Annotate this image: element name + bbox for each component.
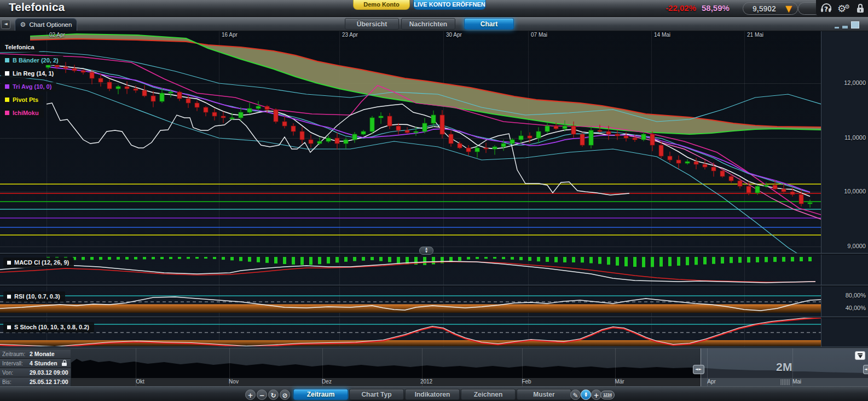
refresh-button[interactable]: ↻ <box>268 389 279 400</box>
settings-icon[interactable]: ⚙⚙ <box>837 3 852 15</box>
rsi-panel-label[interactable]: RSI (10, 0.7, 0.3) <box>3 291 65 302</box>
stoch-swatch <box>7 325 11 329</box>
navigator-info-row: Zeitraum:2 Monate <box>0 350 71 359</box>
navigator-month-label: Dez <box>315 379 339 385</box>
legend-label: B Bänder (20, 2) <box>13 57 59 64</box>
chart-options-tab[interactable]: ⚙ Chart Optionen <box>15 18 77 31</box>
lock-body <box>62 363 67 366</box>
zoom-in-button[interactable]: + <box>245 389 256 400</box>
x-axis-label: 21 Mai <box>747 32 763 38</box>
lock-icon[interactable] <box>857 3 865 15</box>
navigator-info-row: Intervall:4 Stunden <box>0 359 71 368</box>
rsi-swatch <box>7 295 11 299</box>
y-axis-label: 9,0000 <box>822 243 866 249</box>
price-down-arrow-icon: ▼ <box>785 3 797 14</box>
gear-small-glyph: ⚙ <box>844 1 850 13</box>
layout-large-icon[interactable] <box>851 21 859 28</box>
layout-size-icons <box>835 21 859 28</box>
info-label: Von: <box>0 370 30 376</box>
tab-chart[interactable]: Chart <box>464 18 514 30</box>
values-display-button[interactable]: 1234 <box>600 391 615 399</box>
chevron-down-icon: ▼ <box>420 250 433 254</box>
x-axis-label: 07 Mai <box>531 32 547 38</box>
navigator-month-label: Apr <box>699 379 724 385</box>
draw-pencil-button[interactable]: ✎ <box>570 389 581 400</box>
rsi-level-label: 80,00% <box>822 292 866 299</box>
y-axis-label: 11,0000 <box>822 134 866 141</box>
rsi-level-label: 40,00% <box>822 305 866 311</box>
toolbar-button-muster[interactable]: Muster <box>517 389 571 400</box>
clear-button[interactable]: ⊘ <box>280 389 290 400</box>
macd-swatch <box>7 261 11 265</box>
x-axis-label: 30 Apr <box>446 32 462 38</box>
clear-icon: ⊘ <box>282 392 287 399</box>
question-glyph: ? <box>824 5 828 13</box>
y-axis-label: 12,0000 <box>822 79 866 86</box>
legend-label: Lin Reg (14, 1) <box>13 70 54 77</box>
legend-item[interactable]: B Bänder (20, 2) <box>1 56 63 65</box>
header-icon-tray: ? ⚙⚙ <box>816 0 868 17</box>
legend-swatch <box>5 84 9 89</box>
live-konto-button[interactable]: LIVE KONTO ERÖFFNEN <box>413 0 486 10</box>
navigator-collapse-button[interactable] <box>855 351 865 360</box>
stoch-panel-label[interactable]: S Stoch (10, 10, 3, 0.8, 0.2) <box>3 322 94 333</box>
minus-icon: − <box>259 392 264 399</box>
x-axis-label: 16 Apr <box>222 32 238 38</box>
legend-swatch <box>5 71 9 76</box>
info-value: 29.03.12 09:00 <box>30 369 68 376</box>
headset-ear-right <box>829 8 831 12</box>
navigator-range-badge: 2M <box>765 360 803 374</box>
info-value: 25.05.12 17:00 <box>30 379 68 385</box>
navigator-month-label: Okt <box>128 379 152 385</box>
sell-price-value: 9,5902 <box>743 4 785 13</box>
navigator-right-drag-handle[interactable]: ◄ <box>863 365 868 374</box>
layout-medium-icon[interactable] <box>842 26 848 28</box>
tab-nachrichten[interactable]: Nachrichten <box>401 18 455 30</box>
navigator-month-label: Feb <box>514 379 539 385</box>
collapse-panel-button[interactable]: ◄ <box>1 20 10 29</box>
navigator-info-panel: Zeitraum:2 MonateIntervall:4 StundenVon:… <box>0 350 71 387</box>
legend-swatch <box>5 98 9 102</box>
x-axis-label: 23 Apr <box>342 32 358 38</box>
legend-label: IchiMoku <box>13 110 39 116</box>
navigator-info-row: Bis:25.05.12 17:00 <box>0 377 71 387</box>
y-axis-label: 10,0000 <box>822 188 866 194</box>
toolbar-button-indikatoren[interactable]: Indikatoren <box>405 389 460 400</box>
demo-konto-button[interactable]: Demo Konto <box>353 0 410 10</box>
down-triangle-icon: ▼ <box>581 394 591 398</box>
tab-bar: ◄ ⚙ Chart Optionen ÜbersichtNachrichtenC… <box>0 16 868 31</box>
navigator-left-drag-handle[interactable]: ◄► <box>693 365 704 374</box>
layout-small-icon[interactable] <box>835 27 839 28</box>
navigator-month-label: 2012 <box>414 379 438 385</box>
support-icon[interactable]: ? <box>820 3 832 15</box>
legend-item[interactable]: IchiMoku <box>1 108 44 118</box>
macd-panel-label[interactable]: MACD CI (12, 26, 9) <box>3 257 74 268</box>
pencil-icon: ✎ <box>572 392 578 399</box>
trading-platform-window: TelefonicaB Bänder (20, 2)Lin Reg (14, 1… <box>0 0 868 401</box>
scroll-mode-button[interactable]: ▲▼ <box>581 389 591 400</box>
gear-icon: ⚙ <box>20 21 26 28</box>
toolbar-button-zeitraum[interactable]: Zeitraum <box>293 389 348 400</box>
legend-swatch <box>5 111 9 115</box>
x-axis-label: 14 Mai <box>654 32 670 38</box>
info-label: Intervall: <box>0 360 30 366</box>
legend-item[interactable]: Tri Avg (10, 0) <box>1 82 56 91</box>
info-label: Zeitraum: <box>0 351 30 357</box>
sell-price-button[interactable]: 9,5902 ▼ <box>743 2 798 15</box>
toolbar-button-zeichnen[interactable]: Zeichnen <box>461 389 516 400</box>
crosshair-icon: + <box>593 392 599 399</box>
navigator-month-label: Nov <box>222 379 246 385</box>
legend-item[interactable]: Lin Reg (14, 1) <box>1 69 59 78</box>
info-value: 2 Monate <box>30 351 55 357</box>
panel-collapse-handle[interactable]: ▲ ▼ <box>419 247 433 255</box>
zoom-out-button[interactable]: − <box>257 389 267 400</box>
navigator-info-row: Von:29.03.12 09:00 <box>0 368 71 377</box>
tab-übersicht[interactable]: Übersicht <box>345 18 399 30</box>
legend-item[interactable]: Pivot Pts <box>1 95 43 105</box>
legend-instrument-name: Telefonica <box>1 43 39 52</box>
interval-lock-icon[interactable] <box>62 360 68 366</box>
secondary-percent: 58,59% <box>702 3 737 13</box>
toolbar-button-chart-typ[interactable]: Chart Typ <box>349 389 404 400</box>
legend-label: Pivot Pts <box>13 96 38 103</box>
toolbar-tab-buttons: ZeitraumChart TypIndikatorenZeichnenMust… <box>293 389 571 400</box>
